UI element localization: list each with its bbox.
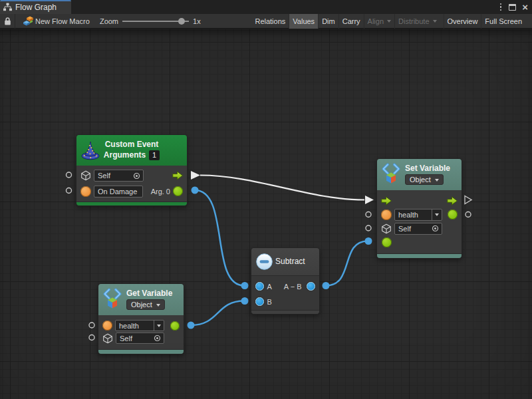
event-name-port[interactable] <box>80 186 91 197</box>
tab-active-accent <box>0 0 71 1</box>
value-connection-result-to-setvar[interactable] <box>326 241 368 286</box>
connection-endpoint-dot[interactable] <box>192 187 199 194</box>
custom-event-header[interactable]: Custom Event Arguments 1 <box>76 135 187 166</box>
node-title: Subtract <box>275 257 305 266</box>
node-set-variable[interactable]: Set Variable Object health <box>376 158 462 259</box>
connection-endpoint-dot[interactable] <box>241 297 249 305</box>
subtract-header[interactable]: Subtract <box>251 248 319 276</box>
outer-port-circle[interactable] <box>66 172 72 178</box>
chevron-down-icon <box>156 304 160 307</box>
node-title: Get Variable <box>126 289 172 298</box>
arguments-label: Arguments <box>104 151 146 160</box>
variable-name-port[interactable] <box>381 209 392 220</box>
tab-bar: Flow Graph × <box>0 0 532 14</box>
outer-port-triangle[interactable] <box>465 196 471 204</box>
relations-button[interactable]: Relations <box>251 14 289 29</box>
zoom-slider-knob[interactable] <box>178 18 185 25</box>
value-output-port[interactable] <box>170 321 180 331</box>
input-b-port[interactable] <box>255 297 264 306</box>
carry-button[interactable]: Carry <box>338 14 364 29</box>
connection-endpoint-dot[interactable] <box>241 282 249 289</box>
chevron-down-icon <box>387 20 391 23</box>
gameobject-cube-icon <box>102 333 113 344</box>
value-input-port[interactable] <box>382 237 392 247</box>
distribute-button[interactable]: Distribute <box>394 14 440 29</box>
connection-endpoint-dot[interactable] <box>188 322 195 329</box>
value-output-port[interactable] <box>448 209 458 219</box>
object-picker-icon[interactable] <box>154 334 161 342</box>
arg0-output-port[interactable] <box>173 186 183 196</box>
object-picker-icon[interactable] <box>432 225 439 232</box>
exec-connection[interactable] <box>200 176 364 200</box>
code-chevrons-cube-icon <box>101 288 124 312</box>
result-port[interactable] <box>307 282 315 291</box>
node-custom-event[interactable]: Custom Event Arguments 1 Self <box>76 134 188 206</box>
exec-input-port[interactable] <box>381 196 392 205</box>
chevron-down-icon <box>154 321 164 331</box>
object-picker-icon[interactable] <box>133 172 140 180</box>
node-footer <box>251 310 319 314</box>
outer-port-circle[interactable] <box>366 225 371 231</box>
exec-connection-end-arrow <box>365 196 374 204</box>
lock-icon <box>4 17 11 26</box>
set-variable-header[interactable]: Set Variable Object <box>377 159 462 190</box>
arg0-port-label: Arg. 0 <box>151 188 170 196</box>
toolbar-buttons: Relations Values Dim Carry Align Distrib… <box>251 14 532 29</box>
align-button[interactable]: Align <box>364 14 394 29</box>
outer-port-circle[interactable] <box>89 323 94 328</box>
self-target-field[interactable]: Self <box>394 223 442 235</box>
tab-flow-graph[interactable]: Flow Graph <box>0 0 71 14</box>
overview-button[interactable]: Overview <box>444 14 481 29</box>
lock-button[interactable] <box>0 14 15 29</box>
variable-scope-dropdown[interactable]: Object <box>405 174 444 185</box>
get-variable-header[interactable]: Get Variable Object <box>98 284 184 315</box>
node-title: Custom Event <box>105 140 159 149</box>
node-get-variable[interactable]: Get Variable Object health <box>98 283 184 354</box>
macro-label: New Flow Macro <box>35 17 90 25</box>
wizard-hat-icon <box>80 141 100 160</box>
dim-button[interactable]: Dim <box>318 14 338 29</box>
zoom-control: Zoom 1x <box>100 17 201 26</box>
code-chevrons-cube-icon <box>380 163 403 187</box>
input-a-port[interactable] <box>255 282 264 291</box>
self-target-field[interactable]: Self <box>94 170 144 182</box>
arguments-count-field[interactable]: 1 <box>149 150 160 160</box>
self-target-field[interactable]: Self <box>116 332 164 344</box>
exec-output-port[interactable] <box>172 171 183 180</box>
outer-port-circle[interactable] <box>89 335 94 340</box>
port-b-label: B <box>267 298 272 306</box>
graph-canvas[interactable]: Custom Event Arguments 1 Self <box>0 29 532 399</box>
node-footer <box>98 349 184 354</box>
variable-name-dropdown[interactable]: health <box>394 209 442 221</box>
value-connection-arg0-to-a[interactable] <box>195 190 244 286</box>
variable-name-dropdown[interactable]: health <box>115 320 164 331</box>
event-name-field[interactable]: On Damage <box>94 186 143 198</box>
window-controls: × <box>499 0 532 14</box>
connection-endpoint-dot[interactable] <box>323 282 330 289</box>
outer-port-circle[interactable] <box>66 188 72 194</box>
tab-title: Flow Graph <box>15 3 57 12</box>
exec-connection-source-arrow[interactable] <box>191 171 200 180</box>
zoom-slider[interactable] <box>122 17 189 26</box>
macro-selector[interactable]: New Flow Macro <box>15 16 94 26</box>
window-maximize-icon[interactable] <box>509 4 516 11</box>
window-close-icon[interactable]: × <box>522 4 528 11</box>
connection-endpoint-dot[interactable] <box>365 237 372 245</box>
flow-graph-window: Flow Graph × New Flow Mac <box>0 0 532 399</box>
result-port-label: A − B <box>284 283 302 291</box>
window-menu-icon[interactable] <box>499 2 503 13</box>
zoom-value: 1x <box>193 17 201 25</box>
variable-name-port[interactable] <box>102 321 112 331</box>
value-connection-getvar-to-b[interactable] <box>191 301 244 326</box>
variable-scope-dropdown[interactable]: Object <box>126 299 165 310</box>
gameobject-cube-icon <box>381 223 392 234</box>
node-subtract[interactable]: Subtract A A − B B <box>251 247 320 315</box>
exec-output-port[interactable] <box>447 196 458 205</box>
node-footer <box>76 201 187 205</box>
outer-port-circle[interactable] <box>466 212 471 217</box>
fullscreen-button[interactable]: Full Screen <box>481 14 525 29</box>
gameobject-cube-icon <box>80 170 91 181</box>
zoom-label: Zoom <box>100 17 118 25</box>
outer-port-circle[interactable] <box>366 212 371 217</box>
values-button[interactable]: Values <box>289 14 318 29</box>
